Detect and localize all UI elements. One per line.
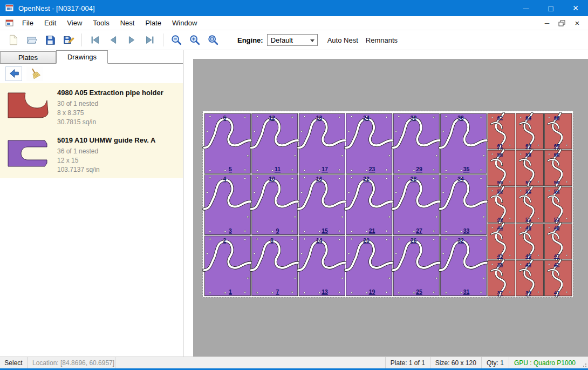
part-number: 5 [229,166,232,172]
minimize-button[interactable]: ─ [514,0,538,16]
part-number: 19 [369,288,375,295]
part-number: 59 [554,179,560,185]
save-as-button[interactable] [59,32,78,48]
menu-tools[interactable]: Tools [87,16,114,30]
import-drawing-button[interactable] [5,66,22,81]
part-number: 52 [525,188,531,194]
restore-icon [558,20,566,26]
mdi-close-button[interactable]: × [571,18,584,29]
part-number: 40 [525,261,531,267]
status-mode: Select [0,357,27,368]
part-number: 60 [554,151,560,157]
tab-plates[interactable]: Plates [0,51,56,63]
part-number: 3 [229,227,232,234]
window-controls: ─ □ × [514,0,588,16]
sidebar-toolbar [0,64,183,83]
zoom-fit-button[interactable] [204,32,222,48]
mdi-restore-button[interactable] [556,18,569,29]
part-number: 18 [316,115,323,121]
part-number: 32 [457,237,464,244]
drawing-info: 4980 A05 Extraction pipe holder 30 of 1 … [57,88,163,126]
part-number: 48 [554,225,560,231]
part-number: 22 [363,176,370,182]
content-area: Plates Drawings 4980 A05 Extraction pip [0,50,588,356]
zoom-out-button[interactable] [167,32,186,48]
part-number: 29 [416,166,422,172]
part-number: 44 [497,225,503,231]
part-number: 56 [497,151,503,157]
new-button[interactable] [4,32,23,48]
go-previous-button[interactable] [104,32,122,48]
clear-drawings-button[interactable] [26,66,43,81]
go-last-button[interactable] [141,32,159,48]
part-number: 14 [316,237,323,244]
plate-view[interactable]: 6512111817242330293635431091615222128273… [202,111,573,298]
remnants-button[interactable]: Remnants [366,36,398,44]
go-next-button[interactable] [122,32,141,48]
part-number: 12 [269,115,275,121]
part-number: 28 [411,176,417,182]
part-number: 43 [497,253,503,259]
part-number: 31 [463,288,470,295]
drawing-size: 12 x 15 [57,156,155,165]
go-last-icon [144,34,156,46]
nest-canvas[interactable]: 6512111817242330293635431091615222128273… [183,50,588,356]
part-number: 35 [463,166,470,172]
menu-plate[interactable]: Plate [140,16,167,30]
part-number: 23 [369,166,375,172]
engine-label: Engine: [237,36,263,44]
part-number: 26 [411,237,417,244]
part-number: 6 [223,115,227,121]
part-number: 42 [554,261,560,267]
open-folder-icon [26,34,38,46]
open-button[interactable] [23,32,41,48]
status-separator [115,357,115,368]
main-toolbar: Engine: Default Auto Nest Remnants [0,30,588,50]
engine-select[interactable]: Default [267,34,318,46]
import-arrow-icon [8,68,20,79]
parts-sidebar: Plates Drawings 4980 A05 Extraction pip [0,50,183,356]
part-number: 16 [316,176,323,182]
menu-nest[interactable]: Nest [115,16,140,30]
part-number: 57 [525,179,531,185]
auto-nest-button[interactable]: Auto Nest [327,36,358,44]
menu-file[interactable]: File [17,16,39,30]
save-as-icon [63,34,74,46]
chevron-down-icon [310,39,314,42]
save-button[interactable] [41,32,59,48]
save-icon [44,34,56,46]
tab-drawings[interactable]: Drawings [56,50,108,64]
part-number: 47 [554,253,560,259]
menu-edit[interactable]: Edit [39,16,61,30]
drawings-list: 4980 A05 Extraction pipe holder 30 of 1 … [0,83,183,356]
part-number: 63 [525,143,531,149]
go-previous-icon [107,34,119,46]
part-number: 65 [554,143,560,149]
drawing-list-item[interactable]: 5019 A10 UHMW guide Rev. A 36 of 1 neste… [0,131,183,178]
part-number: 27 [416,227,422,234]
maximize-button[interactable]: □ [538,0,563,16]
go-first-button[interactable] [86,32,104,48]
part-number: 34 [457,176,464,182]
status-qty: Qty: 1 [482,357,509,368]
part-number: 46 [525,225,531,231]
go-first-icon [89,34,101,46]
engine-selected-value: Default [271,36,293,44]
menu-window[interactable]: Window [167,16,202,30]
menu-view[interactable]: View [61,16,87,30]
mdi-minimize-button[interactable]: ─ [541,18,553,29]
drawing-size: 8 x 8.375 [57,109,163,118]
drawing-list-item[interactable]: 4980 A05 Extraction pipe holder 30 of 1 … [0,83,183,131]
resize-grip[interactable] [580,357,588,368]
part-number: 49 [497,216,503,222]
clean-broom-icon [29,68,41,79]
zoom-in-button[interactable] [186,32,204,48]
close-button[interactable]: × [563,0,588,16]
part-thumbnail-purple [6,138,51,170]
part-number: 51 [525,216,531,222]
status-size: Size: 60 x 120 [430,357,481,368]
drawing-title: 4980 A05 Extraction pipe holder [57,89,163,97]
drawing-nested-count: 36 of 1 nested [57,147,155,156]
part-number: 33 [463,227,470,234]
part-number: 21 [369,227,375,234]
